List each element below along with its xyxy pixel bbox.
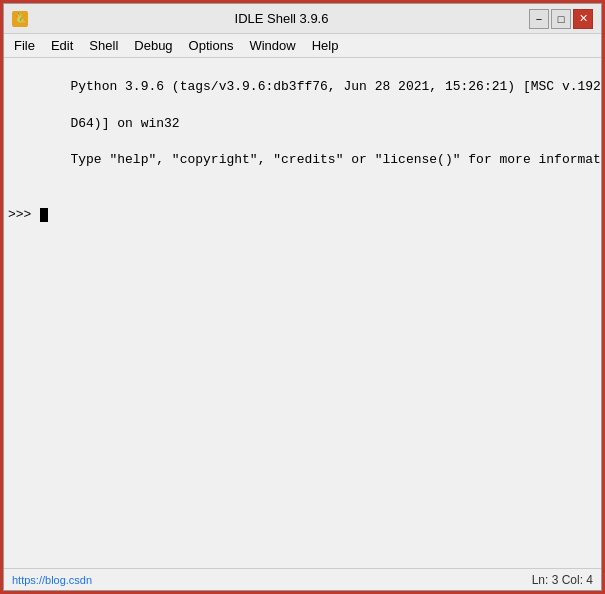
- maximize-button[interactable]: □: [551, 9, 571, 29]
- shell-content[interactable]: Python 3.9.6 (tags/v3.9.6:db3ff76, Jun 2…: [4, 58, 601, 568]
- output-line1: Python 3.9.6 (tags/v3.9.6:db3ff76, Jun 2…: [70, 79, 601, 94]
- status-position: Ln: 3 Col: 4: [532, 573, 593, 587]
- output-line2: D64)] on win32: [70, 116, 179, 131]
- title-bar: 🐍 IDLE Shell 3.9.6 − □ ✕: [4, 4, 601, 34]
- app-icon: 🐍: [12, 11, 28, 27]
- menu-edit[interactable]: Edit: [43, 34, 81, 57]
- menu-debug[interactable]: Debug: [126, 34, 180, 57]
- close-button[interactable]: ✕: [573, 9, 593, 29]
- menu-options[interactable]: Options: [181, 34, 242, 57]
- main-window: 🐍 IDLE Shell 3.9.6 − □ ✕ File Edit Shell…: [3, 3, 602, 591]
- status-bar: https://blog.csdn Ln: 3 Col: 4: [4, 568, 601, 590]
- cursor: [40, 208, 48, 222]
- menu-bar: File Edit Shell Debug Options Window Hel…: [4, 34, 601, 58]
- output-line3: Type "help", "copyright", "credits" or "…: [70, 152, 601, 167]
- window-controls: − □ ✕: [529, 9, 593, 29]
- menu-help[interactable]: Help: [304, 34, 347, 57]
- menu-shell[interactable]: Shell: [81, 34, 126, 57]
- status-link: https://blog.csdn: [12, 574, 92, 586]
- menu-window[interactable]: Window: [241, 34, 303, 57]
- prompt-symbol: >>>: [8, 206, 39, 224]
- shell-output: Python 3.9.6 (tags/v3.9.6:db3ff76, Jun 2…: [8, 60, 597, 260]
- menu-file[interactable]: File: [6, 34, 43, 57]
- window-title: IDLE Shell 3.9.6: [34, 11, 529, 26]
- shell-wrapper: Python 3.9.6 (tags/v3.9.6:db3ff76, Jun 2…: [4, 58, 601, 568]
- minimize-button[interactable]: −: [529, 9, 549, 29]
- prompt-line[interactable]: >>>: [8, 206, 597, 224]
